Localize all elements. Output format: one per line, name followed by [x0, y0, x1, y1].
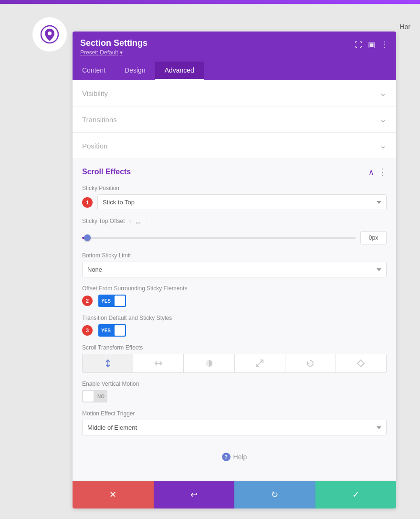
- transform-btn-fade[interactable]: [184, 354, 234, 372]
- badge-3: 3: [82, 325, 93, 336]
- bottom-sticky-limit-group: Bottom Sticky Limit None Row Section: [82, 252, 387, 277]
- transitions-section[interactable]: Transitions ⌄: [73, 106, 396, 133]
- panel-title: Section Settings: [80, 38, 147, 48]
- toggle-yes-label: YES: [98, 297, 114, 306]
- scroll-effects-actions: ∧ ⋮: [368, 167, 387, 177]
- help-icon: ?: [222, 453, 231, 461]
- sticky-position-label: Sticky Position: [82, 185, 387, 191]
- tab-advanced[interactable]: Advanced: [155, 62, 204, 80]
- vertical-motion-toggle-row: NO: [82, 390, 387, 402]
- panel-preset[interactable]: Preset: Default ▾: [80, 49, 147, 56]
- transition-default-toggle[interactable]: YES: [98, 324, 126, 337]
- sticky-position-group: Sticky Position 1 Stick to Top None Stic…: [82, 185, 387, 210]
- bottom-sticky-limit-label: Bottom Sticky Limit: [82, 252, 387, 259]
- transition-default-group: Transition Default and Sticky Styles 3 Y…: [82, 315, 387, 337]
- scroll-transform-label: Scroll Transform Effects: [82, 344, 387, 351]
- columns-icon[interactable]: ▣: [368, 40, 375, 49]
- svg-line-5: [256, 360, 263, 367]
- help-text: Help: [233, 453, 247, 461]
- transition-default-toggle-row: 3 YES: [82, 324, 387, 337]
- slider-value[interactable]: 0px: [360, 231, 387, 244]
- logo-area: [32, 17, 67, 52]
- sticky-top-offset-label: Sticky Top Offset: [82, 218, 125, 224]
- toggle-yes-box: [115, 296, 125, 306]
- transitions-chevron: ⌄: [379, 114, 387, 125]
- vertical-motion-toggle[interactable]: NO: [82, 390, 107, 402]
- scroll-transform-group: Scroll Transform Effects: [82, 344, 387, 373]
- motion-trigger-select[interactable]: Middle of Element Top of Element Bottom …: [82, 420, 387, 435]
- visibility-label: Visibility: [82, 89, 108, 97]
- motion-trigger-group: Motion Effect Trigger Middle of Element …: [82, 410, 387, 435]
- cancel-button[interactable]: ✕: [73, 481, 154, 508]
- offset-surrounding-toggle-row: 2 YES: [82, 295, 387, 307]
- bottom-sticky-limit-select[interactable]: None Row Section: [82, 262, 387, 277]
- fullscreen-icon[interactable]: ⛶: [355, 41, 362, 49]
- fade-icon: [205, 359, 213, 368]
- offset-surrounding-group: Offset From Surrounding Sticky Elements …: [82, 285, 387, 307]
- undo-button[interactable]: ↩: [154, 481, 235, 508]
- sticky-help-icon: ?: [129, 220, 132, 225]
- scroll-effects-more[interactable]: ⋮: [378, 167, 387, 177]
- sticky-position-select-row: 1 Stick to Top None Stick to Bottom: [82, 194, 387, 210]
- sticky-top-offset-group: Sticky Top Offset ? ▭ ⋮ 0px: [82, 218, 387, 244]
- transform-buttons: [82, 354, 387, 373]
- sticky-device-icon[interactable]: ▭: [136, 220, 140, 226]
- top-bar: [0, 0, 420, 4]
- scroll-effects-chevron-up[interactable]: ∧: [368, 168, 374, 177]
- transition-toggle-yes-label: YES: [98, 326, 114, 335]
- panel-header: Section Settings Preset: Default ▾ ⛶ ▣ ⋮: [73, 32, 396, 62]
- tab-design[interactable]: Design: [115, 62, 155, 80]
- offset-surrounding-label: Offset From Surrounding Sticky Elements: [82, 285, 387, 292]
- scroll-effects-title: Scroll Effects: [82, 168, 131, 176]
- help-row[interactable]: ? Help: [82, 443, 387, 471]
- redo-button[interactable]: ↻: [234, 481, 315, 508]
- logo-icon: [40, 25, 59, 44]
- transform-btn-motion[interactable]: [83, 354, 133, 372]
- position-label: Position: [82, 142, 107, 150]
- badge-2: 2: [82, 296, 93, 306]
- footer-actions: ✕ ↩ ↻ ✓: [73, 480, 396, 508]
- transitions-label: Transitions: [82, 116, 117, 124]
- save-button[interactable]: ✓: [315, 481, 397, 508]
- more-options-icon[interactable]: ⋮: [381, 40, 388, 49]
- slider-track: [82, 237, 356, 239]
- vertical-motion-group: Enable Vertical Motion NO: [82, 381, 387, 402]
- offset-surrounding-toggle[interactable]: YES: [98, 295, 126, 307]
- visibility-chevron: ⌄: [379, 88, 387, 98]
- badge-1: 1: [82, 197, 93, 208]
- scale-icon: [255, 359, 264, 368]
- sticky-offset-label-row: Sticky Top Offset ? ▭ ⋮: [82, 218, 387, 227]
- transform-btn-blur[interactable]: [336, 354, 386, 372]
- sticky-more-icon[interactable]: ⋮: [144, 220, 149, 226]
- vertical-motion-label: Enable Vertical Motion: [82, 381, 387, 387]
- transform-btn-rotate[interactable]: [285, 354, 336, 372]
- hor-label: Hor: [399, 23, 410, 31]
- horizontal-icon: [154, 359, 163, 368]
- position-section[interactable]: Position ⌄: [73, 133, 396, 159]
- background-area: Hor Section Settings Preset: Default ▾ ⛶…: [0, 4, 420, 519]
- rotate-icon: [306, 359, 315, 368]
- transition-default-label: Transition Default and Sticky Styles: [82, 315, 387, 321]
- transition-toggle-yes-box: [115, 325, 125, 336]
- settings-panel: Section Settings Preset: Default ▾ ⛶ ▣ ⋮…: [73, 32, 396, 508]
- visibility-section[interactable]: Visibility ⌄: [73, 80, 396, 106]
- slider-row: 0px: [82, 231, 387, 244]
- transform-btn-horizontal[interactable]: [133, 354, 184, 372]
- scroll-effects-header: Scroll Effects ∧ ⋮: [82, 167, 387, 177]
- blur-icon: [357, 359, 365, 368]
- panel-title-group: Section Settings Preset: Default ▾: [80, 38, 147, 56]
- transform-btn-scale[interactable]: [235, 354, 285, 372]
- scroll-effects-section: Scroll Effects ∧ ⋮ Sticky Position 1 Sti…: [73, 159, 396, 480]
- motion-icon: [104, 359, 112, 368]
- svg-point-1: [48, 32, 52, 35]
- panel-header-icons: ⛶ ▣ ⋮: [355, 40, 388, 49]
- tab-content[interactable]: Content: [73, 62, 115, 80]
- toggle-no-box: [83, 391, 94, 402]
- toggle-no-label: NO: [94, 392, 107, 401]
- motion-trigger-label: Motion Effect Trigger: [82, 410, 387, 417]
- position-chevron: ⌄: [379, 140, 387, 151]
- sticky-position-select[interactable]: Stick to Top None Stick to Bottom: [97, 194, 387, 210]
- tabs-bar: Content Design Advanced: [73, 62, 396, 80]
- slider-thumb[interactable]: [84, 234, 91, 241]
- panel-body: Visibility ⌄ Transitions ⌄ Position ⌄ Sc…: [73, 80, 396, 480]
